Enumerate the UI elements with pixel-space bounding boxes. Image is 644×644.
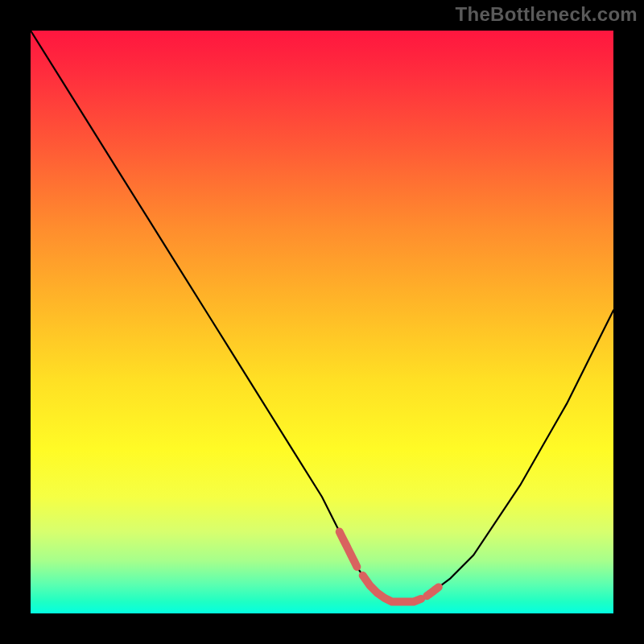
valley-highlight-right (427, 587, 439, 596)
valley-highlight-left (340, 532, 357, 568)
plot-area (31, 31, 613, 613)
chart-overlay (31, 31, 613, 613)
bottleneck-curve (31, 31, 613, 602)
watermark-text: TheBottleneck.com (456, 3, 638, 26)
valley-highlight-bottom (363, 576, 421, 602)
chart-frame: TheBottleneck.com (0, 0, 644, 644)
